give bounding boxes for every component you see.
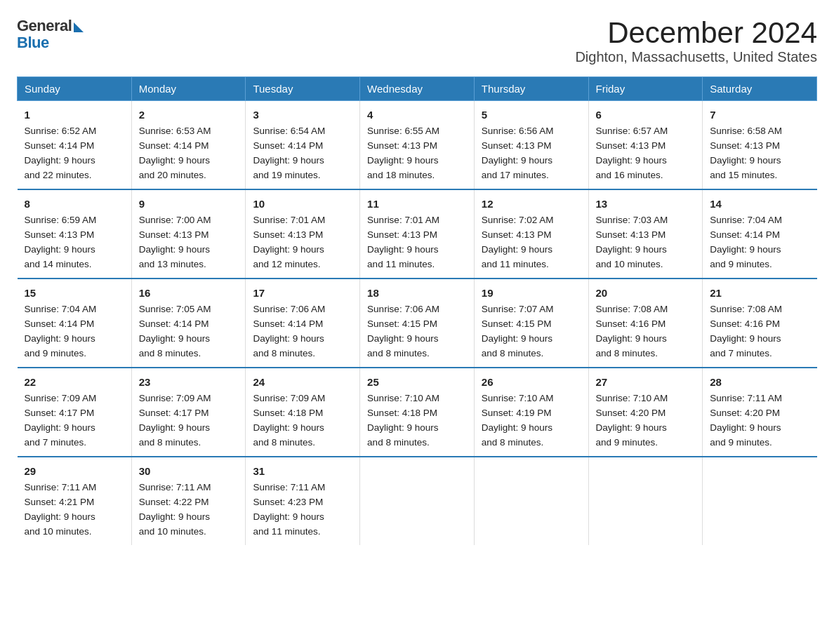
sunset-label: Sunset: 4:20 PM: [710, 408, 780, 418]
sunrise-label: Sunrise: 7:01 AM: [367, 215, 439, 225]
daylight-minutes: and 10 minutes.: [596, 259, 663, 269]
calendar-cell: [588, 457, 703, 545]
daylight-minutes: and 20 minutes.: [139, 170, 206, 180]
day-number: 24: [253, 374, 352, 390]
sunset-label: Sunset: 4:13 PM: [367, 229, 437, 240]
daylight-label: Daylight: 9 hours: [253, 511, 324, 522]
sunset-label: Sunset: 4:13 PM: [596, 229, 666, 240]
sunrise-label: Sunrise: 7:04 AM: [25, 304, 97, 314]
sunset-label: Sunset: 4:16 PM: [710, 318, 780, 329]
daylight-minutes: and 15 minutes.: [710, 170, 777, 180]
sunset-label: Sunset: 4:21 PM: [25, 497, 95, 507]
daylight-label: Daylight: 9 hours: [482, 333, 552, 344]
daylight-minutes: and 10 minutes.: [139, 526, 206, 537]
daylight-minutes: and 14 minutes.: [25, 259, 92, 269]
daylight-minutes: and 8 minutes.: [253, 348, 315, 358]
daylight-minutes: and 10 minutes.: [25, 526, 92, 537]
calendar-week-row: 15 Sunrise: 7:04 AM Sunset: 4:14 PM Dayl…: [18, 279, 817, 368]
day-number: 3: [253, 107, 352, 123]
calendar-cell: [703, 457, 817, 545]
calendar-cell: 4 Sunrise: 6:55 AM Sunset: 4:13 PM Dayli…: [360, 101, 475, 189]
sunrise-label: Sunrise: 7:03 AM: [596, 215, 668, 225]
sunrise-label: Sunrise: 7:10 AM: [482, 393, 554, 403]
daylight-label: Daylight: 9 hours: [482, 244, 552, 255]
sunrise-label: Sunrise: 7:09 AM: [253, 393, 325, 403]
daylight-label: Daylight: 9 hours: [253, 422, 324, 433]
calendar-header: SundayMondayTuesdayWednesdayThursdayFrid…: [18, 77, 817, 101]
daylight-minutes: and 12 minutes.: [253, 259, 320, 269]
daylight-minutes: and 11 minutes.: [253, 526, 320, 537]
sunrise-label: Sunrise: 7:01 AM: [253, 215, 325, 225]
sunrise-label: Sunrise: 7:10 AM: [596, 393, 668, 403]
sunrise-label: Sunrise: 6:54 AM: [253, 126, 325, 136]
day-number: 30: [139, 463, 239, 479]
sunset-label: Sunset: 4:14 PM: [710, 229, 780, 240]
daylight-minutes: and 17 minutes.: [482, 170, 549, 180]
calendar-cell: 11 Sunrise: 7:01 AM Sunset: 4:13 PM Dayl…: [360, 189, 475, 279]
calendar-cell: [360, 457, 475, 545]
sunset-label: Sunset: 4:14 PM: [25, 318, 95, 329]
calendar-cell: 9 Sunrise: 7:00 AM Sunset: 4:13 PM Dayli…: [131, 189, 246, 279]
sunset-label: Sunset: 4:15 PM: [367, 318, 437, 329]
daylight-minutes: and 7 minutes.: [25, 437, 87, 448]
calendar-cell: 8 Sunrise: 6:59 AM Sunset: 4:13 PM Dayli…: [18, 189, 132, 279]
day-number: 18: [367, 285, 467, 301]
sunrise-label: Sunrise: 7:06 AM: [253, 304, 325, 314]
day-number: 25: [367, 374, 467, 390]
calendar-cell: 19 Sunrise: 7:07 AM Sunset: 4:15 PM Dayl…: [474, 279, 588, 368]
calendar-week-row: 29 Sunrise: 7:11 AM Sunset: 4:21 PM Dayl…: [18, 457, 817, 545]
sunrise-label: Sunrise: 6:59 AM: [25, 215, 97, 225]
daylight-minutes: and 8 minutes.: [139, 348, 201, 358]
calendar-cell: 3 Sunrise: 6:54 AM Sunset: 4:14 PM Dayli…: [246, 101, 360, 189]
day-number: 31: [253, 463, 352, 479]
calendar-cell: 29 Sunrise: 7:11 AM Sunset: 4:21 PM Dayl…: [18, 457, 132, 545]
weekday-header-saturday: Saturday: [703, 77, 817, 101]
sunrise-label: Sunrise: 7:11 AM: [710, 393, 782, 403]
sunrise-label: Sunrise: 6:57 AM: [596, 126, 668, 136]
daylight-label: Daylight: 9 hours: [367, 155, 438, 166]
weekday-header-wednesday: Wednesday: [360, 77, 475, 101]
daylight-label: Daylight: 9 hours: [710, 422, 781, 433]
day-number: 2: [139, 107, 239, 123]
sunset-label: Sunset: 4:14 PM: [253, 318, 323, 329]
daylight-label: Daylight: 9 hours: [596, 155, 667, 166]
day-number: 1: [25, 107, 124, 123]
daylight-minutes: and 8 minutes.: [367, 348, 430, 358]
sunset-label: Sunset: 4:13 PM: [139, 229, 209, 240]
sunrise-label: Sunrise: 6:52 AM: [25, 126, 97, 136]
calendar-cell: 25 Sunrise: 7:10 AM Sunset: 4:18 PM Dayl…: [360, 368, 475, 457]
logo-arrow-icon: [74, 22, 84, 32]
calendar-cell: [474, 457, 588, 545]
daylight-label: Daylight: 9 hours: [367, 244, 438, 255]
sunrise-label: Sunrise: 7:10 AM: [367, 393, 439, 403]
day-number: 17: [253, 285, 352, 301]
sunset-label: Sunset: 4:14 PM: [253, 140, 323, 151]
sunset-label: Sunset: 4:16 PM: [596, 318, 666, 329]
daylight-label: Daylight: 9 hours: [139, 511, 210, 522]
calendar-cell: 2 Sunrise: 6:53 AM Sunset: 4:14 PM Dayli…: [131, 101, 246, 189]
calendar-cell: 17 Sunrise: 7:06 AM Sunset: 4:14 PM Dayl…: [246, 279, 360, 368]
sunrise-label: Sunrise: 6:58 AM: [710, 126, 782, 136]
daylight-minutes: and 8 minutes.: [596, 348, 658, 358]
sunrise-label: Sunrise: 7:11 AM: [25, 482, 97, 492]
sunrise-label: Sunrise: 7:06 AM: [367, 304, 439, 314]
day-number: 21: [710, 285, 809, 301]
day-number: 13: [596, 196, 696, 212]
calendar-cell: 30 Sunrise: 7:11 AM Sunset: 4:22 PM Dayl…: [131, 457, 246, 545]
page-title: December 2024: [575, 17, 817, 49]
day-number: 26: [482, 374, 581, 390]
calendar-cell: 15 Sunrise: 7:04 AM Sunset: 4:14 PM Dayl…: [18, 279, 132, 368]
day-number: 27: [596, 374, 696, 390]
day-number: 8: [25, 196, 124, 212]
day-number: 4: [367, 107, 467, 123]
day-number: 23: [139, 374, 239, 390]
sunrise-label: Sunrise: 7:05 AM: [139, 304, 211, 314]
calendar-cell: 24 Sunrise: 7:09 AM Sunset: 4:18 PM Dayl…: [246, 368, 360, 457]
daylight-minutes: and 8 minutes.: [367, 437, 430, 448]
sunset-label: Sunset: 4:18 PM: [367, 408, 437, 418]
daylight-label: Daylight: 9 hours: [710, 244, 781, 255]
calendar-cell: 31 Sunrise: 7:11 AM Sunset: 4:23 PM Dayl…: [246, 457, 360, 545]
sunrise-label: Sunrise: 7:11 AM: [139, 482, 211, 492]
daylight-label: Daylight: 9 hours: [367, 333, 438, 344]
sunset-label: Sunset: 4:13 PM: [596, 140, 666, 151]
